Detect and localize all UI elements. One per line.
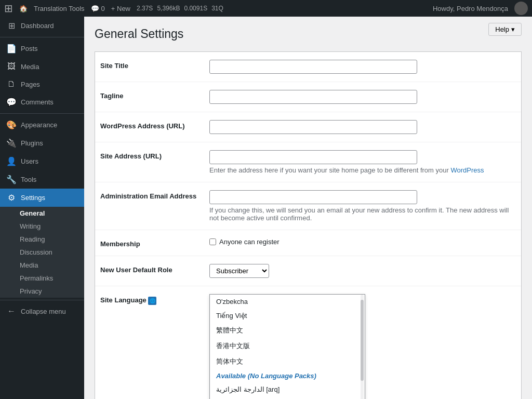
submenu-item-general[interactable]: General [0, 207, 84, 220]
dropdown-scrollbar [361, 295, 364, 399]
sidebar-item-pages[interactable]: 🗋 Pages [0, 75, 84, 93]
membership-checkbox[interactable] [209, 238, 216, 245]
comment-icon: 💬 [91, 5, 99, 12]
row-site-title: Site Title [95, 52, 521, 82]
row-membership: Membership Anyone can register [95, 230, 521, 256]
tagline-field [209, 90, 516, 104]
sidebar-label-plugins: Plugins [21, 139, 43, 147]
submenu-item-permalinks[interactable]: Permalinks [0, 272, 84, 285]
lang-dropdown-list[interactable]: O'zbekcha Tiếng Việt 繁體中文 香港中文版 简体中文 Ava… [210, 295, 365, 399]
submenu-item-writing[interactable]: Writing [0, 220, 84, 233]
perf-memory: 5,396kB [157, 5, 180, 12]
home-icon: 🏠 [19, 5, 28, 12]
sidebar-item-settings[interactable]: ⚙ Settings [0, 189, 84, 207]
row-site-address: Site Address (URL) Enter the address her… [95, 142, 521, 182]
site-title-input[interactable] [209, 60, 417, 74]
posts-icon: 📄 [6, 44, 17, 54]
wp-address-input[interactable] [209, 120, 417, 134]
membership-field: Anyone can register [209, 238, 516, 246]
admin-bar-plugin[interactable]: Translation Tools [34, 5, 85, 12]
submenu-item-discussion[interactable]: Discussion [0, 246, 84, 259]
sidebar-label-users: Users [21, 157, 38, 165]
site-language-field: O'zbekcha Tiếng Việt 繁體中文 香港中文版 简体中文 Ava… [209, 294, 516, 399]
site-address-note-text: Enter the address here if you want your … [209, 166, 450, 174]
lang-option-arq[interactable]: الدارجة الجزائرية [arq] [210, 382, 365, 396]
sidebar-item-appearance[interactable]: 🎨 Appearance [0, 116, 84, 134]
sidebar-collapse[interactable]: ← Collapse menu [0, 302, 84, 320]
collapse-icon: ← [6, 307, 17, 316]
lang-option-zh-tw[interactable]: 繁體中文 [210, 323, 365, 338]
wordpress-logo-icon[interactable]: ⊞ [4, 2, 13, 15]
sidebar-item-users[interactable]: 👤 Users [0, 152, 84, 170]
sidebar-label-comments: Comments [21, 98, 54, 106]
settings-submenu: General Writing Reading Discussion Media… [0, 207, 84, 298]
howdy-label: Howdy, Pedro Mendonça [433, 5, 508, 12]
admin-bar-new[interactable]: + New [111, 5, 130, 12]
sidebar-sep-2 [0, 113, 84, 114]
site-language-label-text: Site Language [100, 296, 147, 304]
site-address-label: Site Address (URL) [100, 150, 209, 160]
submenu-label-media: Media [20, 261, 38, 269]
row-admin-email: Administration Email Address If you chan… [95, 182, 521, 230]
lang-option-zh-hk[interactable]: 香港中文版 [210, 338, 365, 354]
perf-items: 2.37S 5,396kB 0.0091S 31Q [137, 5, 223, 12]
admin-email-field: If you change this, we will send you an … [209, 190, 516, 222]
help-button[interactable]: Help ▾ [488, 23, 522, 36]
dropdown-scrollbar-thumb [361, 300, 364, 381]
default-role-select[interactable]: Subscriber Contributor Author Editor Adm… [209, 264, 269, 278]
default-role-label: New User Default Role [100, 264, 209, 274]
sidebar-item-posts[interactable]: 📄 Posts [0, 39, 84, 58]
sidebar-label-collapse: Collapse menu [21, 308, 66, 315]
lang-option-vi[interactable]: Tiếng Việt [210, 309, 365, 323]
perf-query-time: 0.0091S [184, 5, 207, 12]
plugins-icon: 🔌 [6, 138, 17, 148]
admin-bar-comments[interactable]: 💬 0 [91, 5, 105, 12]
wp-body: ⊞ Dashboard 📄 Posts 🖼 Media 🗋 Pages 💬 Co… [0, 17, 532, 399]
admin-bar-home[interactable]: 🏠 [19, 5, 28, 12]
sidebar-item-comments[interactable]: 💬 Comments [0, 93, 84, 111]
submenu-label-privacy: Privacy [20, 287, 42, 295]
new-label: + New [111, 5, 130, 12]
site-address-note-link[interactable]: WordPress [450, 166, 484, 174]
admin-email-note: If you change this, we will send you an … [209, 206, 516, 222]
membership-label: Membership [100, 238, 209, 248]
sidebar-item-plugins[interactable]: 🔌 Plugins [0, 134, 84, 152]
settings-icon: ⚙ [6, 193, 17, 203]
tagline-label: Tagline [100, 90, 209, 100]
default-role-field: Subscriber Contributor Author Editor Adm… [209, 264, 516, 278]
admin-bar-avatar[interactable] [514, 2, 528, 15]
lang-option-zh-cn[interactable]: 简体中文 [210, 354, 365, 369]
pages-icon: 🗋 [6, 79, 17, 89]
tools-icon: 🔧 [6, 175, 17, 184]
lang-option-uz[interactable]: O'zbekcha [210, 295, 365, 309]
sidebar-label-tools: Tools [21, 176, 36, 183]
tagline-input[interactable] [209, 90, 417, 104]
submenu-item-media[interactable]: Media [0, 259, 84, 272]
lang-dropdown: O'zbekcha Tiếng Việt 繁體中文 香港中文版 简体中文 Ava… [209, 294, 365, 399]
site-address-note: Enter the address here if you want your … [209, 166, 516, 174]
site-title-field [209, 60, 516, 74]
sidebar-label-media: Media [21, 63, 39, 71]
submenu-label-reading: Reading [20, 235, 45, 243]
site-address-input[interactable] [209, 150, 417, 164]
comments-icon: 💬 [6, 97, 17, 107]
site-title-label: Site Title [100, 60, 209, 70]
help-label: Help [495, 25, 509, 33]
submenu-item-reading[interactable]: Reading [0, 233, 84, 246]
media-icon: 🖼 [6, 62, 17, 71]
sidebar-item-media[interactable]: 🖼 Media [0, 58, 84, 75]
comment-count: 0 [101, 5, 105, 12]
sidebar: ⊞ Dashboard 📄 Posts 🖼 Media 🗋 Pages 💬 Co… [0, 17, 84, 399]
submenu-label-discussion: Discussion [20, 248, 52, 256]
submenu-item-privacy[interactable]: Privacy [0, 285, 84, 298]
admin-email-input[interactable] [209, 190, 417, 204]
lang-option-am[interactable]: አማርኛ [am] [210, 396, 365, 399]
sidebar-label-dashboard: Dashboard [21, 22, 54, 30]
membership-checkbox-row: Anyone can register [209, 238, 516, 246]
sidebar-label-pages: Pages [21, 81, 40, 88]
sidebar-item-dashboard[interactable]: ⊞ Dashboard [0, 17, 84, 35]
admin-email-label: Administration Email Address [100, 190, 209, 200]
sidebar-item-tools[interactable]: 🔧 Tools [0, 170, 84, 189]
perf-queries: 31Q [211, 5, 223, 12]
membership-checkbox-label: Anyone can register [219, 238, 280, 246]
